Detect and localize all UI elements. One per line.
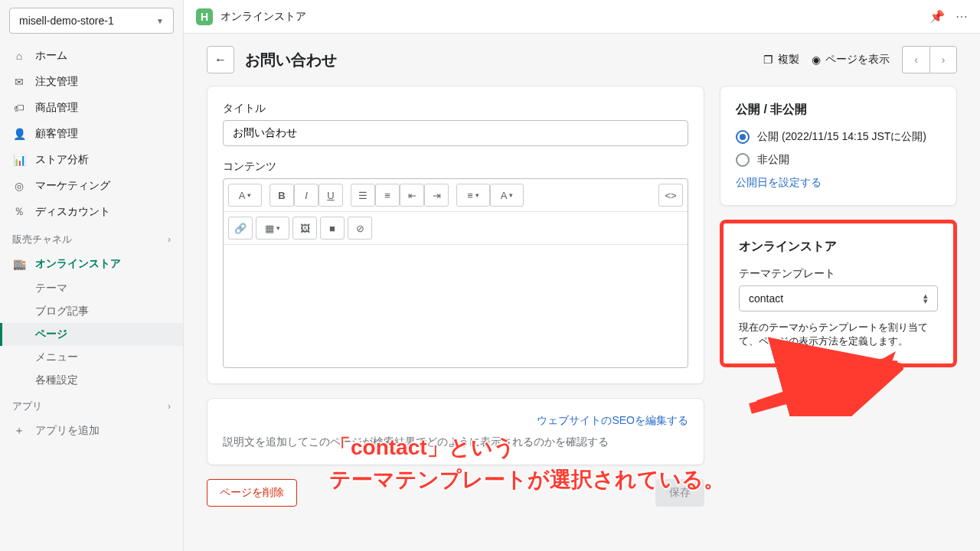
- code-icon: <>: [665, 190, 676, 201]
- rich-text-editor: A ▾ B I U ☰ ≡ ⇤ ⇥: [223, 178, 688, 368]
- action-label: ページを表示: [825, 53, 890, 67]
- nav-products[interactable]: 🏷商品管理: [0, 95, 183, 121]
- nav-marketing[interactable]: ◎マーケティング: [0, 173, 183, 199]
- nav-label: アプリを追加: [35, 424, 100, 438]
- rte-body[interactable]: [224, 245, 688, 367]
- nav-discounts[interactable]: ％ディスカウント: [0, 199, 183, 225]
- store-selector[interactable]: misell-demo-store-1 ▼: [9, 8, 174, 34]
- align-icon: ≡: [467, 190, 473, 201]
- rte-video[interactable]: ■: [320, 217, 345, 240]
- caret-down-icon: ▼: [156, 17, 164, 25]
- seo-edit-link[interactable]: ウェブサイトのSEOを編集する: [537, 414, 688, 428]
- page-header: ← お問い合わせ ❐複製 ◉ページを表示 ‹ ›: [207, 46, 957, 73]
- outdent-icon: ⇤: [408, 190, 416, 201]
- pin-icon[interactable]: 📌: [929, 9, 945, 24]
- visibility-public-option[interactable]: 公開 (2022/11/15 14:15 JSTに公開): [736, 130, 941, 144]
- nav-orders[interactable]: ✉注文管理: [0, 69, 183, 95]
- percent-icon: ％: [12, 205, 26, 219]
- chevron-right-icon[interactable]: ›: [168, 401, 171, 412]
- rte-align[interactable]: ≡▾: [456, 184, 490, 207]
- template-card-title: オンラインストア: [739, 239, 938, 255]
- page-title: お問い合わせ: [245, 50, 337, 70]
- list-ol-icon: ≡: [384, 190, 390, 201]
- rte-toolbar-row2: 🔗 ▦▾ 🖼 ■ ⊘: [224, 212, 688, 245]
- content-label: コンテンツ: [223, 160, 688, 174]
- rte-clear[interactable]: ⊘: [348, 217, 372, 240]
- italic-icon: I: [305, 190, 308, 201]
- nav-analytics[interactable]: 📊ストア分析: [0, 147, 183, 173]
- subnav-pages[interactable]: ページ: [0, 323, 183, 346]
- nav-label: マーケティング: [35, 179, 110, 193]
- nav-home[interactable]: ⌂ホーム: [0, 43, 183, 69]
- prev-page-button[interactable]: ‹: [902, 46, 929, 73]
- rte-underline[interactable]: U: [318, 184, 343, 207]
- set-publish-date-link[interactable]: 公開日を設定する: [736, 176, 822, 188]
- subnav-settings[interactable]: 各種設定: [0, 369, 183, 392]
- back-button[interactable]: ←: [207, 46, 234, 73]
- rte-image[interactable]: 🖼: [292, 217, 317, 240]
- caret-down-icon: ▾: [276, 224, 280, 232]
- rte-color[interactable]: A▾: [490, 184, 524, 207]
- caret-down-icon: ▾: [509, 191, 513, 199]
- subnav-theme[interactable]: テーマ: [0, 277, 183, 300]
- rte-outdent[interactable]: ⇤: [400, 184, 424, 207]
- nav-label: ホーム: [35, 49, 67, 63]
- rte-bold[interactable]: B: [270, 184, 294, 207]
- radio-checked-icon: [736, 130, 750, 144]
- store-name: misell-demo-store-1: [19, 15, 114, 27]
- text-color-icon: A: [501, 190, 508, 201]
- rte-toolbar: A ▾ B I U ☰ ≡ ⇤ ⇥: [224, 179, 688, 212]
- next-page-button[interactable]: ›: [929, 46, 957, 73]
- visibility-private-option[interactable]: 非公開: [736, 153, 941, 167]
- save-button[interactable]: 保存: [655, 479, 704, 507]
- chevron-right-icon[interactable]: ›: [168, 234, 171, 245]
- template-help: 現在のテーマからテンプレートを割り当てて、ページの表示方法を定義します。: [739, 321, 938, 348]
- arrow-left-icon: ←: [214, 53, 227, 67]
- nav-add-app[interactable]: ＋アプリを追加: [0, 418, 183, 444]
- template-label: テーマテンプレート: [739, 267, 938, 281]
- caret-down-icon: ▾: [247, 191, 251, 199]
- rte-html[interactable]: <>: [658, 184, 683, 207]
- template-value: contact: [749, 292, 783, 305]
- rte-link[interactable]: 🔗: [228, 217, 253, 240]
- section-label: アプリ: [12, 399, 42, 413]
- rte-ul[interactable]: ☰: [351, 184, 375, 207]
- rte-paragraph-style[interactable]: A ▾: [228, 184, 262, 207]
- radio-icon: [736, 153, 750, 167]
- seo-description: 説明文を追加してこのページが検索結果でどのように表示されるのかを確認する: [223, 435, 688, 449]
- action-label: 複製: [778, 53, 799, 67]
- rte-ol[interactable]: ≡: [375, 184, 400, 207]
- store-icon: 🏬: [12, 257, 26, 271]
- target-icon: ◎: [12, 179, 26, 193]
- more-icon[interactable]: ⋯: [956, 9, 968, 24]
- nav-customers[interactable]: 👤顧客管理: [0, 121, 183, 147]
- rte-style-label: A: [239, 190, 246, 201]
- underline-icon: U: [327, 190, 334, 201]
- subnav-blog[interactable]: ブログ記事: [0, 300, 183, 323]
- inbox-icon: ✉: [12, 75, 26, 89]
- nav-label: 商品管理: [35, 101, 78, 115]
- duplicate-button[interactable]: ❐複製: [763, 53, 799, 67]
- rte-italic[interactable]: I: [294, 184, 318, 207]
- visibility-card: 公開 / 非公開 公開 (2022/11/15 14:15 JSTに公開) 非公…: [720, 86, 957, 206]
- nav-online-store[interactable]: 🏬オンラインストア: [0, 251, 183, 277]
- rte-table[interactable]: ▦▾: [256, 217, 289, 240]
- title-input[interactable]: [223, 120, 688, 146]
- rte-indent[interactable]: ⇥: [424, 184, 449, 207]
- delete-page-button[interactable]: ページを削除: [207, 479, 297, 507]
- subnav-menu[interactable]: メニュー: [0, 346, 183, 369]
- chart-icon: 📊: [12, 153, 26, 167]
- view-page-button[interactable]: ◉ページを表示: [812, 53, 890, 67]
- nav-label: 顧客管理: [35, 127, 78, 141]
- visibility-title: 公開 / 非公開: [736, 102, 941, 118]
- plus-icon: ＋: [12, 424, 26, 438]
- visibility-public-label: 公開 (2022/11/15 14:15 JSTに公開): [757, 130, 926, 144]
- template-select[interactable]: contact ▴▾: [739, 285, 938, 311]
- nav-label: ストア分析: [35, 153, 89, 167]
- chevron-right-icon: ›: [942, 54, 946, 66]
- topbar: H オンラインストア 📌 ⋯: [184, 0, 980, 34]
- app-logo-icon: H: [196, 8, 213, 25]
- person-icon: 👤: [12, 127, 26, 141]
- main: H オンラインストア 📌 ⋯ ← お問い合わせ ❐複製 ◉ページを表示 ‹ › …: [184, 0, 980, 551]
- table-icon: ▦: [265, 223, 274, 234]
